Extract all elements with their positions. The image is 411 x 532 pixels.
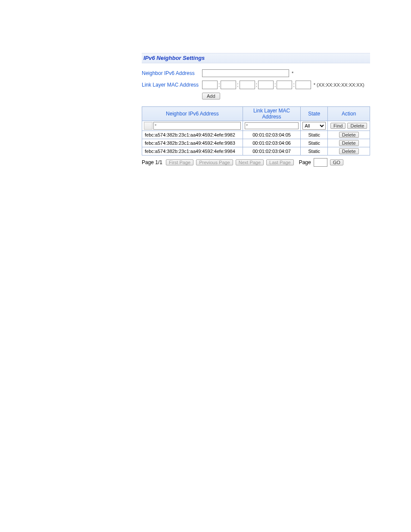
- cell-state: Static: [301, 147, 328, 156]
- mac-hint: * (XX:XX:XX:XX:XX:XX): [314, 82, 364, 87]
- input-mac-seg-2[interactable]: [240, 81, 255, 89]
- row-ipv6: Neighbor IPv6 Address *: [142, 69, 370, 77]
- table-filter-row: All Find Delete: [142, 121, 370, 131]
- add-button[interactable]: Add: [202, 93, 220, 100]
- table-row: febc:a574:382b:23c1:aa49:4592:4efe:9983 …: [142, 139, 370, 147]
- row-delete-button[interactable]: Delete: [339, 132, 359, 138]
- pagination: Page 1/1 First Page Previous Page Next P…: [142, 158, 370, 167]
- last-page-button[interactable]: Last Page: [266, 159, 294, 165]
- cell-state: Static: [301, 131, 328, 139]
- mac-colon: :: [293, 82, 294, 88]
- filter-ipv6-input[interactable]: [153, 122, 241, 130]
- prev-page-button[interactable]: Previous Page: [196, 159, 233, 165]
- form-area: Neighbor IPv6 Address * Link Layer MAC A…: [142, 63, 370, 100]
- th-mac: Link Layer MAC Address: [243, 107, 300, 121]
- input-mac-seg-1[interactable]: [221, 81, 236, 89]
- input-mac-seg-4[interactable]: [277, 81, 292, 89]
- table-row: febc:a574:382b:23c1:aa49:4592:4efe:9982 …: [142, 131, 370, 139]
- cell-mac: 00:01:02:03:04:06: [243, 139, 300, 147]
- th-action: Action: [328, 107, 370, 121]
- row-add: Add: [142, 93, 370, 100]
- row-mac: Link Layer MAC Address : : : : : * (XX:X…: [142, 81, 370, 89]
- label-ipv6: Neighbor IPv6 Address: [142, 70, 202, 76]
- cell-mac: 00:01:02:03:04:07: [243, 147, 300, 156]
- next-page-button[interactable]: Next Page: [236, 159, 264, 165]
- page-label: Page: [299, 159, 311, 165]
- ipv6-neighbor-panel: IPv6 Neighbor Settings Neighbor IPv6 Add…: [142, 53, 370, 167]
- row-delete-button[interactable]: Delete: [339, 140, 359, 146]
- page-number-input[interactable]: [314, 158, 327, 167]
- first-page-button[interactable]: First Page: [166, 159, 193, 165]
- neighbor-table: Neighbor IPv6 Address Link Layer MAC Add…: [142, 106, 370, 156]
- mac-colon: :: [237, 82, 238, 88]
- cell-state: Static: [301, 139, 328, 147]
- page-indicator: Page 1/1: [142, 159, 162, 165]
- cell-ipv6: febc:a574:382b:23c1:aa49:4592:4efe:9983: [142, 139, 243, 147]
- cell-ipv6: febc:a574:382b:23c1:aa49:4592:4efe:9982: [142, 131, 243, 139]
- filter-mac-input[interactable]: [245, 122, 299, 129]
- table-header-row: Neighbor IPv6 Address Link Layer MAC Add…: [142, 107, 370, 121]
- panel-title-bar: IPv6 Neighbor Settings: [142, 53, 370, 63]
- row-delete-button[interactable]: Delete: [339, 148, 359, 154]
- cell-mac: 00:01:02:03:04:05: [243, 131, 300, 139]
- table-row: febc:a574:382b:23c1:aa49:4592:4efe:9984 …: [142, 147, 370, 156]
- mac-colon: :: [274, 82, 276, 88]
- input-ipv6[interactable]: [202, 69, 289, 77]
- go-button[interactable]: GO: [330, 159, 343, 165]
- th-state: State: [301, 107, 328, 121]
- input-mac-seg-3[interactable]: [258, 81, 274, 89]
- panel-title: IPv6 Neighbor Settings: [143, 55, 205, 61]
- label-mac: Link Layer MAC Address: [142, 82, 202, 88]
- filter-ipv6-prefix-box[interactable]: [144, 122, 153, 130]
- th-ipv6: Neighbor IPv6 Address: [142, 107, 243, 121]
- neighbor-table-wrap: Neighbor IPv6 Address Link Layer MAC Add…: [142, 106, 370, 156]
- mac-colon: :: [218, 82, 220, 88]
- filter-delete-button[interactable]: Delete: [347, 123, 367, 129]
- input-mac-seg-0[interactable]: [202, 81, 218, 89]
- ipv6-required-mark: *: [292, 71, 293, 76]
- input-mac-seg-5[interactable]: [296, 81, 311, 89]
- filter-state-select[interactable]: All: [302, 122, 326, 130]
- mac-colon: :: [256, 82, 257, 88]
- filter-find-button[interactable]: Find: [330, 123, 346, 129]
- cell-ipv6: febc:a574:382b:23c1:aa49:4592:4efe:9984: [142, 147, 243, 156]
